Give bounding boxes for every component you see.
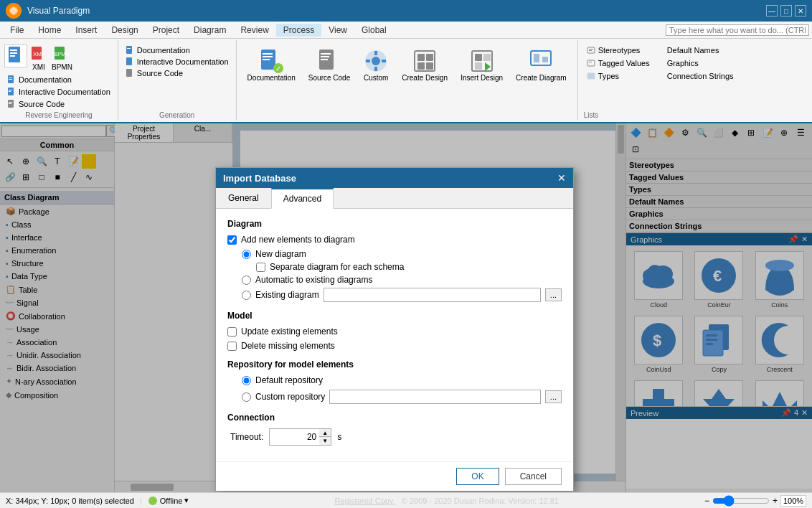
delete-missing-row: Delete missing elements bbox=[227, 341, 562, 351]
ribbon-gen-interactive[interactable]: Interactive Documentation bbox=[123, 56, 232, 67]
existing-diagram-radio[interactable] bbox=[242, 291, 251, 300]
ribbon-col2: Default Names Graphics Connection String… bbox=[664, 42, 737, 111]
svg-rect-29 bbox=[321, 53, 331, 55]
add-new-elements-row: Add new elements to diagram bbox=[227, 235, 562, 245]
svg-point-33 bbox=[372, 57, 380, 65]
ribbon-small-documentation[interactable]: Documentation bbox=[4, 74, 113, 85]
ribbon-small-interactive[interactable]: Interactive Documentation bbox=[4, 86, 113, 98]
modal-tab-advanced[interactable]: Advanced bbox=[271, 188, 334, 209]
search-input[interactable] bbox=[666, 24, 809, 36]
svg-rect-14 bbox=[9, 91, 11, 92]
existing-diagram-browse[interactable]: ... bbox=[545, 288, 562, 301]
separate-diagram-checkbox[interactable] bbox=[256, 263, 265, 272]
ribbon-gen-doc[interactable]: Documentation bbox=[123, 44, 232, 56]
update-existing-checkbox[interactable] bbox=[227, 327, 237, 337]
svg-rect-23 bbox=[263, 53, 273, 55]
svg-rect-4 bbox=[10, 55, 15, 57]
ribbon-connection-strings[interactable]: Connection Strings bbox=[664, 70, 737, 82]
model-section-title: Model bbox=[227, 311, 562, 321]
ribbon-group-label-lists: Lists bbox=[584, 111, 806, 119]
svg-marker-47 bbox=[485, 62, 491, 71]
close-button[interactable]: ✕ bbox=[795, 5, 806, 17]
svg-rect-34 bbox=[374, 51, 377, 55]
add-new-elements-label: Add new elements to diagram bbox=[241, 235, 355, 245]
auto-existing-row: Automatic to existing diagrams bbox=[227, 275, 562, 285]
custom-repo-label: Custom repository bbox=[255, 392, 325, 402]
zoom-plus-icon[interactable]: + bbox=[773, 496, 778, 506]
existing-diagram-input[interactable] bbox=[324, 288, 541, 302]
modal-close-button[interactable]: ✕ bbox=[557, 172, 566, 184]
cancel-button[interactable]: Cancel bbox=[505, 468, 562, 485]
modal-tab-general[interactable]: General bbox=[216, 188, 271, 208]
menu-diagram[interactable]: Diagram bbox=[187, 24, 233, 37]
svg-rect-56 bbox=[587, 73, 595, 79]
ribbon-default-names[interactable]: Default Names bbox=[664, 44, 737, 56]
ribbon-btn-bpmn[interactable]: BPMN BPMN bbox=[50, 44, 74, 72]
ok-button[interactable]: OK bbox=[456, 468, 499, 485]
menu-project[interactable]: Project bbox=[146, 24, 187, 37]
ribbon-btn-documentation[interactable]: ✓ Documentation bbox=[242, 44, 301, 85]
delete-missing-checkbox[interactable] bbox=[227, 342, 237, 351]
svg-rect-49 bbox=[534, 54, 539, 62]
zoom-slider-container: − + 100% bbox=[704, 495, 806, 507]
ribbon-btn-create-diagram[interactable]: Create Diagram bbox=[511, 44, 572, 85]
svg-rect-44 bbox=[475, 54, 482, 61]
spinner-up-button[interactable]: ▲ bbox=[319, 429, 331, 437]
ribbon-btn-source-code[interactable]: Source Code bbox=[303, 44, 355, 85]
svg-rect-46 bbox=[475, 62, 482, 70]
default-repo-radio[interactable] bbox=[242, 376, 251, 385]
ribbon-btn-custom[interactable]: Custom bbox=[358, 44, 394, 85]
menu-insert[interactable]: Insert bbox=[68, 24, 104, 37]
modal-body: Diagram Add new elements to diagram New … bbox=[216, 209, 573, 461]
menu-home[interactable]: Home bbox=[31, 24, 68, 37]
ribbon-types[interactable]: Types bbox=[584, 70, 653, 82]
menu-review[interactable]: Review bbox=[233, 24, 275, 37]
timeout-input[interactable] bbox=[269, 428, 319, 446]
zoom-slider[interactable] bbox=[712, 495, 770, 507]
ribbon-btn-insert-design[interactable]: Insert Design bbox=[455, 44, 508, 85]
svg-rect-52 bbox=[589, 49, 593, 50]
title-controls: — □ ✕ bbox=[766, 5, 806, 17]
svg-rect-17 bbox=[9, 103, 11, 104]
default-repo-row: Default repository bbox=[227, 375, 562, 385]
ribbon-btn-doc-large[interactable] bbox=[4, 44, 27, 67]
svg-rect-2 bbox=[10, 50, 17, 51]
menu-process[interactable]: Process bbox=[276, 24, 321, 37]
ribbon-gen-source[interactable]: Source Code bbox=[123, 67, 232, 79]
modal-overlay[interactable]: Import Database ✕ General Advanced Diagr… bbox=[0, 123, 812, 492]
auto-existing-radio[interactable] bbox=[242, 276, 251, 285]
custom-repo-input[interactable] bbox=[329, 390, 540, 404]
add-new-elements-checkbox[interactable] bbox=[227, 235, 237, 245]
ribbon-btn-xmi[interactable]: XMI XMI bbox=[29, 44, 49, 72]
spinner-down-button[interactable]: ▼ bbox=[319, 437, 331, 445]
menu-design[interactable]: Design bbox=[104, 24, 145, 37]
svg-rect-10 bbox=[9, 77, 12, 78]
new-diagram-radio[interactable] bbox=[242, 250, 251, 259]
menu-file[interactable]: File bbox=[3, 24, 31, 37]
status-online[interactable]: Offline ▾ bbox=[148, 496, 189, 506]
status-coordinates: X: 344px; Y: 10px; 0 item(s) selected bbox=[6, 497, 134, 505]
minimize-button[interactable]: — bbox=[766, 5, 778, 17]
ribbon-stereotypes[interactable]: Stereotypes bbox=[584, 44, 653, 56]
svg-rect-40 bbox=[426, 54, 433, 61]
menu-global[interactable]: Global bbox=[354, 24, 394, 37]
ribbon-graphics[interactable]: Graphics bbox=[664, 57, 737, 69]
model-section: Model Update existing elements Delete mi… bbox=[227, 311, 562, 351]
svg-rect-54 bbox=[587, 60, 595, 66]
svg-point-79 bbox=[148, 497, 157, 505]
ribbon-group-label-generation: Generation bbox=[123, 111, 232, 119]
zoom-minus-icon[interactable]: − bbox=[704, 496, 709, 506]
svg-rect-30 bbox=[321, 56, 329, 57]
ribbon-tagged-values[interactable]: Tagged Values bbox=[584, 57, 653, 69]
maximize-button[interactable]: □ bbox=[780, 5, 792, 17]
custom-repo-radio[interactable] bbox=[242, 392, 251, 402]
custom-repo-browse[interactable]: ... bbox=[545, 390, 562, 403]
ribbon-btn-create-design[interactable]: Create Design bbox=[397, 44, 453, 85]
ribbon-small-source[interactable]: Source Code bbox=[4, 98, 113, 110]
modal-title: Import Database bbox=[223, 173, 296, 184]
menu-view[interactable]: View bbox=[321, 24, 354, 37]
app-container: Visual Paradigm — □ ✕ File Home Insert D… bbox=[0, 0, 812, 508]
modal-dialog: Import Database ✕ General Advanced Diagr… bbox=[215, 167, 574, 491]
registered-copy[interactable]: Registered Copy. bbox=[334, 497, 395, 505]
ribbon-process-btns: ✓ Documentation Source Code Custom Creat… bbox=[242, 42, 572, 119]
